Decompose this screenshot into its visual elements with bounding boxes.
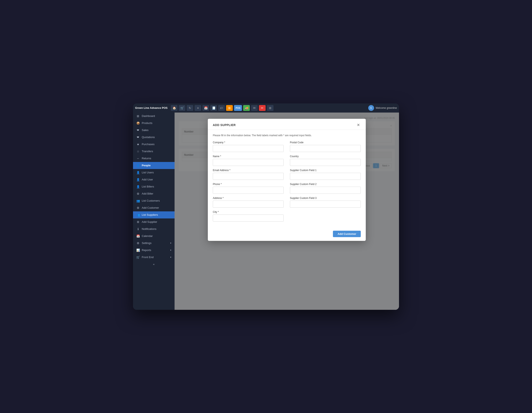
- sidebar-item-list-billers[interactable]: 👤 List Billers: [133, 183, 175, 190]
- sidebar-item-add-biller[interactable]: ⚙ Add Biller: [133, 190, 175, 197]
- welcome-text: Welcome greenline: [376, 107, 397, 110]
- transfers-icon: ☆: [136, 150, 140, 153]
- sidebar-item-calendar[interactable]: 📅 Calendar: [133, 233, 175, 240]
- form-group-country: Country: [290, 155, 361, 166]
- add-customer-button[interactable]: Add Customer: [333, 231, 361, 237]
- sidebar-collapse-btn[interactable]: «: [133, 261, 175, 268]
- add-supplier-modal: ADD SUPPLIER ✕ Please fill in the inform…: [208, 119, 366, 241]
- layout: ⊞ Dashboard 📦 Products ❤ Sales ❤ Quotati…: [133, 112, 399, 310]
- sidebar-label-notifications: Notifications: [142, 227, 156, 230]
- sidebar-item-list-customers[interactable]: 👥 List Customers: [133, 197, 175, 204]
- sidebar-label-dashboard: Dashboard: [142, 114, 155, 118]
- company-label: Company *: [213, 141, 284, 144]
- country-input[interactable]: [290, 159, 361, 166]
- sidebar-label-list-users: List Users: [142, 171, 154, 174]
- email-input[interactable]: [213, 173, 284, 180]
- sidebar-item-notifications[interactable]: ℹ Notifications: [133, 226, 175, 233]
- home-icon-btn[interactable]: 🏠: [171, 105, 178, 111]
- sidebar-label-list-suppliers: List Suppliers: [142, 213, 158, 216]
- sidebar-label-people: People: [142, 164, 151, 167]
- add-supplier-icon: ⚙: [136, 220, 140, 224]
- truck-icon-btn[interactable]: 🚚: [243, 105, 250, 111]
- mail-icon-btn[interactable]: ✉: [251, 105, 258, 111]
- reports-icon: 📊: [136, 248, 140, 252]
- sidebar-item-purchases[interactable]: ★ Purchases: [133, 141, 175, 148]
- sidebar-item-dashboard[interactable]: ⊞ Dashboard: [133, 112, 175, 119]
- city-input[interactable]: [213, 214, 284, 221]
- list-users-icon: 👤: [136, 171, 140, 174]
- form-grid: Company * Postal Code Name *: [213, 141, 361, 224]
- sidebar-item-frontend[interactable]: 🛒 Front End ▾: [133, 254, 175, 261]
- tag-icon-btn[interactable]: 🏷: [218, 105, 225, 111]
- main-content: last login at: 30/01/2024 08:45 ≡ Number…: [175, 112, 399, 310]
- frontend-icon: 🛒: [136, 256, 140, 259]
- sidebar-item-add-customer[interactable]: ⚙ Add Customer: [133, 204, 175, 211]
- sidebar-label-frontend: Front End: [142, 256, 153, 259]
- custom3-label: Supplier Custom Field 3: [290, 197, 361, 200]
- address-label: Address *: [213, 197, 284, 200]
- calendar-icon: 📅: [136, 234, 140, 238]
- sidebar-label-list-customers: List Customers: [142, 199, 160, 202]
- modal-body: Please fill in the information below. Th…: [208, 130, 366, 229]
- name-label: Name *: [213, 155, 284, 158]
- receipt-icon-btn[interactable]: 🧾: [210, 105, 217, 111]
- sidebar-item-list-users[interactable]: 👤 List Users: [133, 169, 175, 176]
- modal-close-button[interactable]: ✕: [356, 122, 361, 128]
- sidebar-label-list-billers: List Billers: [142, 185, 154, 188]
- custom2-input[interactable]: [290, 187, 361, 194]
- sidebar-item-reports[interactable]: 📊 Reports ▾: [133, 247, 175, 254]
- orange-icon-btn[interactable]: ⊞: [226, 105, 233, 111]
- sidebar-item-returns[interactable]: ↔ Returns: [133, 155, 175, 162]
- sidebar-item-add-supplier[interactable]: ⚙ Add Supplier: [133, 219, 175, 226]
- name-input[interactable]: [213, 159, 284, 166]
- sidebar-item-list-suppliers[interactable]: 👥 List Suppliers: [133, 211, 175, 219]
- list-icon-btn[interactable]: ≡: [195, 105, 201, 111]
- phone-input[interactable]: [213, 187, 284, 194]
- list-suppliers-icon: 👥: [136, 213, 140, 217]
- sidebar-label-purchases: Purchases: [142, 143, 154, 146]
- cart-icon-btn[interactable]: 🛒: [179, 105, 185, 111]
- sidebar-item-sales[interactable]: ❤ Sales: [133, 127, 175, 134]
- sidebar-item-quotations[interactable]: ❤ Quotations: [133, 134, 175, 141]
- sidebar-item-settings[interactable]: ⚙ Settings ▾: [133, 240, 175, 247]
- custom3-input[interactable]: [290, 201, 361, 208]
- form-group-postal-code: Postal Code: [290, 141, 361, 152]
- city-label: City *: [213, 211, 284, 213]
- sidebar-label-products: Products: [142, 121, 152, 125]
- top-bar: Green Line Advance POS 🏠 🛒 ↻ ≡ 📅 🧾 🏷 ⊞ P…: [133, 103, 399, 112]
- add-customer-icon: ⚙: [136, 206, 140, 210]
- postal-code-input[interactable]: [290, 145, 361, 152]
- modal-header: ADD SUPPLIER ✕: [208, 119, 366, 130]
- calendar-icon-btn[interactable]: 📅: [202, 105, 209, 111]
- sidebar-label-settings: Settings: [142, 241, 152, 245]
- sales-icon: ❤: [136, 128, 140, 132]
- email-label: Email Address *: [213, 169, 284, 172]
- phone-label: Phone *: [213, 183, 284, 186]
- apps-icon-btn[interactable]: ⊞: [267, 105, 274, 111]
- refresh-icon-btn[interactable]: ↻: [187, 105, 193, 111]
- sidebar-label-calendar: Calendar: [142, 234, 153, 238]
- modal-overlay: ADD SUPPLIER ✕ Please fill in the inform…: [175, 112, 399, 310]
- sidebar-item-add-user[interactable]: 👤 Add User: [133, 176, 175, 183]
- sidebar-label-add-user: Add User: [142, 178, 153, 181]
- sidebar-item-transfers[interactable]: ☆ Transfers: [133, 148, 175, 155]
- quotations-icon: ❤: [136, 136, 140, 139]
- custom1-input[interactable]: [290, 173, 361, 180]
- avatar: G: [368, 105, 374, 111]
- address-input[interactable]: [213, 201, 284, 208]
- notifications-icon: ℹ: [136, 227, 140, 231]
- custom1-label: Supplier Custom Field 1: [290, 169, 361, 172]
- company-input[interactable]: [213, 145, 284, 152]
- products-icon: 📦: [136, 121, 140, 125]
- form-group-city: City *: [213, 211, 284, 221]
- list-billers-icon: 👤: [136, 185, 140, 188]
- sidebar-item-products[interactable]: 📦 Products: [133, 119, 175, 127]
- sidebar-label-add-supplier: Add Supplier: [142, 220, 157, 223]
- sidebar-label-quotations: Quotations: [142, 136, 155, 139]
- sidebar-item-people[interactable]: 👤 People: [133, 162, 175, 169]
- add-biller-icon: ⚙: [136, 192, 140, 195]
- pencil-icon-btn[interactable]: ✏: [259, 105, 266, 111]
- frontend-arrow: ▾: [170, 256, 171, 258]
- settings-arrow: ▾: [170, 242, 171, 244]
- pos-icon-btn[interactable]: POS: [234, 105, 242, 111]
